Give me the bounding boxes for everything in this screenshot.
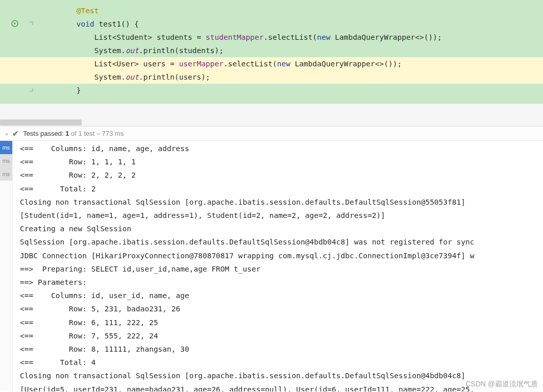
test-status-text: Tests passed: 1 of 1 test – 773 ms bbox=[23, 130, 124, 137]
code-line[interactable]: List<Student> students = studentMapper.s… bbox=[41, 31, 543, 44]
horizontal-scrollbar[interactable] bbox=[0, 119, 543, 126]
code-line[interactable]: void test1() { bbox=[41, 17, 543, 31]
watermark: CSDN @霸道流氓气质 bbox=[465, 380, 538, 389]
console-line: ==> Parameters: bbox=[20, 276, 536, 289]
console-line: <== Row: 7, 555, 222, 24 bbox=[20, 329, 536, 342]
console-line: <== Columns: id, name, age, address bbox=[20, 142, 536, 155]
console-line: <== Row: 5, 231, badao231, 26 bbox=[20, 302, 536, 315]
console-line: <== Row: 6, 111, 222, 25 bbox=[20, 316, 536, 329]
code-line[interactable]: } bbox=[41, 84, 543, 97]
code-editor[interactable]: @Test void test1() { List<Student> stude… bbox=[0, 0, 543, 103]
test-status-bar: » ✔ Tests passed: 1 of 1 test – 773 ms bbox=[0, 126, 543, 141]
console-line: <== Row: 8, 11111, zhangsan, 30 bbox=[20, 342, 536, 356]
run-test-icon[interactable] bbox=[11, 20, 18, 29]
console-gutter: ms ms ms bbox=[0, 141, 13, 391]
console-pane: ms ms ms <== Columns: id, name, age, add… bbox=[0, 141, 543, 391]
code-line-highlight[interactable]: List<User> users = userMapper.selectList… bbox=[0, 57, 543, 70]
chevron-right-icon[interactable]: » bbox=[5, 131, 8, 137]
ms-badge[interactable]: ms bbox=[0, 154, 12, 167]
console-line: <== Total: 2 bbox=[20, 182, 536, 195]
code-line[interactable]: System.out.println(students); bbox=[41, 44, 543, 57]
console-output[interactable]: <== Columns: id, name, age, address<== R… bbox=[13, 141, 543, 391]
code-line[interactable]: @Test bbox=[41, 4, 543, 17]
ms-badge[interactable]: ms bbox=[0, 167, 12, 181]
console-line: JDBC Connection [HikariProxyConnection@7… bbox=[20, 249, 536, 262]
console-line: <== Total: 4 bbox=[20, 356, 536, 369]
check-icon: ✔ bbox=[12, 129, 19, 138]
console-line: ==> Preparing: SELECT id,user_id,name,ag… bbox=[20, 262, 536, 276]
editor-gutter bbox=[0, 0, 41, 103]
console-line: Closing non transactional SqlSession [or… bbox=[20, 195, 536, 209]
fold-end-icon[interactable] bbox=[29, 87, 34, 94]
ms-badge[interactable]: ms bbox=[0, 141, 12, 154]
console-line: [Student(id=1, name=1, age=1, address=1)… bbox=[20, 209, 536, 222]
console-line: <== Row: 1, 1, 1, 1 bbox=[20, 155, 536, 168]
console-line: SqlSession [org.apache.ibatis.session.de… bbox=[20, 235, 536, 249]
code-area[interactable]: @Test void test1() { List<Student> stude… bbox=[41, 0, 543, 103]
console-line: Closing non transactional SqlSession [or… bbox=[20, 369, 536, 382]
annotation: @Test bbox=[77, 7, 99, 15]
editor-scrollbar-area bbox=[0, 103, 543, 126]
fold-icon[interactable] bbox=[29, 20, 34, 28]
console-line: [User(id=5, userId=231, name=badao231, a… bbox=[20, 383, 536, 391]
console-line: <== Columns: id, user_id, name, age bbox=[20, 289, 536, 302]
console-line: Creating a new SqlSession bbox=[20, 222, 536, 235]
scrollbar-thumb[interactable] bbox=[0, 119, 82, 126]
console-line: <== Row: 2, 2, 2, 2 bbox=[20, 168, 536, 182]
code-line-highlight[interactable]: System.out.println(users); bbox=[0, 70, 543, 84]
